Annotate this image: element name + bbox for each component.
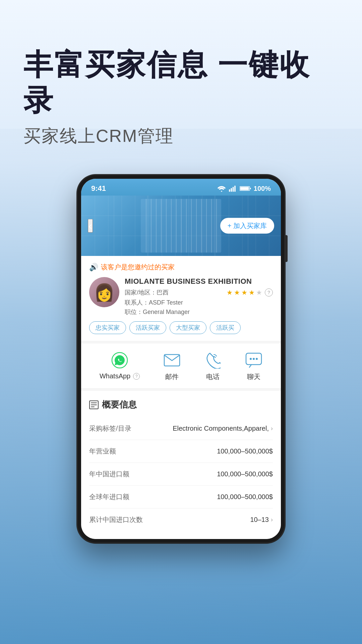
chat-icon — [245, 353, 262, 368]
top-content: 丰富买家信息 一键收录 买家线上CRM管理 — [0, 0, 362, 161]
wifi-icon — [217, 185, 226, 192]
action-phone[interactable]: 电话 — [204, 352, 222, 381]
whatsapp-icon — [111, 352, 128, 369]
phone-label: 电话 — [206, 372, 220, 381]
position-label: 职位： — [125, 309, 143, 315]
svg-point-34 — [250, 358, 252, 360]
svg-rect-30 — [216, 199, 217, 253]
battery-percent: 100% — [254, 185, 271, 193]
buyer-tags: 忠实买家 活跃买家 大型买家 活跃买 — [89, 321, 273, 334]
annual-label: 年营业额 — [89, 447, 116, 456]
svg-rect-0 — [229, 190, 230, 192]
svg-rect-22 — [176, 199, 177, 253]
star-2: ★ — [234, 288, 240, 297]
star-rating: ★ ★ ★ ★ ★ ? — [227, 288, 273, 297]
mail-icon-wrapper — [163, 352, 181, 369]
time-display: 9:41 — [91, 184, 106, 193]
buyer-info-row: MIOLANTE BUSINESS EXHIBITION 国家/地区：巴西 ★ … — [89, 277, 273, 316]
svg-rect-18 — [156, 199, 157, 253]
svg-rect-19 — [161, 199, 162, 253]
rating-help-icon[interactable]: ? — [265, 288, 273, 297]
hero-image: ‹ + 加入买家库 — [81, 196, 281, 256]
whatsapp-label-row: WhatsApp ? — [100, 372, 140, 380]
svg-point-36 — [256, 358, 258, 360]
join-buyer-button[interactable]: + 加入买家库 — [220, 218, 274, 234]
annual-value: 100,000–500,000$ — [217, 447, 273, 455]
country-row: 国家/地区：巴西 ★ ★ ★ ★ ★ ? — [125, 288, 273, 297]
info-row-china-import: 年中国进口额 100,000–500,000$ — [89, 463, 273, 486]
section-icon — [89, 400, 99, 409]
svg-rect-20 — [166, 199, 167, 253]
svg-rect-28 — [206, 199, 207, 253]
svg-rect-27 — [201, 199, 202, 253]
phone-icon-wrapper — [204, 352, 222, 369]
mail-label: 邮件 — [165, 372, 179, 381]
action-mail[interactable]: 邮件 — [163, 352, 181, 381]
status-bar: 9:41 — [81, 179, 281, 196]
purchase-label: 采购标签/目录 — [89, 424, 131, 433]
whatsapp-icon-wrapper — [111, 352, 128, 369]
svg-rect-26 — [196, 199, 197, 253]
svg-point-35 — [253, 358, 255, 360]
company-name: MIOLANTE BUSINESS EXHIBITION — [125, 277, 273, 286]
chat-icon-wrapper — [245, 352, 262, 369]
global-import-label: 全球年进口额 — [89, 492, 129, 501]
signal-icon — [229, 185, 237, 192]
contact-position: 职位：General Manager — [125, 308, 273, 316]
action-whatsapp[interactable]: WhatsApp ? — [100, 352, 140, 381]
chevron-purchase: › — [271, 425, 273, 432]
country-label: 国家/地区： — [125, 289, 157, 296]
china-count-label: 累计中国进口次数 — [89, 515, 143, 524]
sub-title: 买家线上CRM管理 — [23, 124, 339, 148]
info-section: 概要信息 采购标签/目录 Electronic Components,Appar… — [81, 391, 281, 539]
country-text: 国家/地区：巴西 — [125, 288, 169, 297]
battery-icon — [240, 185, 251, 192]
main-title: 丰富买家信息 一键收录 — [23, 47, 339, 118]
svg-rect-5 — [240, 187, 249, 190]
tag-active: 活跃买家 — [129, 321, 166, 334]
mail-icon — [164, 353, 180, 367]
contact-name-value: ASDF Tester — [149, 299, 183, 306]
purchase-value-text: Electronic Components,Apparel, — [173, 425, 269, 432]
phone-icon — [205, 352, 221, 369]
svg-rect-1 — [231, 188, 232, 192]
chat-label: 聊天 — [247, 372, 260, 381]
info-row-global-import: 全球年进口额 100,000–500,000$ — [89, 486, 273, 508]
star-5-empty: ★ — [256, 288, 262, 297]
svg-rect-21 — [171, 199, 172, 253]
whatsapp-help-icon[interactable]: ? — [133, 373, 140, 380]
buyer-avatar — [89, 277, 119, 307]
status-icons: 100% — [217, 185, 271, 193]
back-button[interactable]: ‹ — [88, 219, 93, 233]
svg-rect-23 — [181, 199, 182, 253]
global-import-value: 100,000–500,000$ — [217, 493, 273, 501]
svg-rect-17 — [151, 199, 152, 253]
contact-name: 联系人：ASDF Tester — [125, 299, 273, 307]
china-count-value: 10–13 › — [250, 516, 273, 524]
svg-rect-25 — [191, 199, 192, 253]
notice-speaker-icon: 🔊 — [89, 263, 98, 272]
section-title-text: 概要信息 — [102, 399, 137, 411]
action-chat[interactable]: 聊天 — [245, 352, 262, 381]
svg-rect-29 — [211, 199, 212, 253]
chevron-china-count: › — [271, 516, 273, 523]
tag-large: 大型买家 — [170, 321, 206, 334]
svg-rect-24 — [186, 199, 187, 253]
info-row-purchase[interactable]: 采购标签/目录 Electronic Components,Apparel, › — [89, 417, 273, 440]
info-row-annual: 年营业额 100,000–500,000$ — [89, 440, 273, 463]
action-bar: WhatsApp ? 邮件 — [81, 343, 281, 391]
info-row-china-count[interactable]: 累计中国进口次数 10–13 › — [89, 508, 273, 531]
buyer-details: MIOLANTE BUSINESS EXHIBITION 国家/地区：巴西 ★ … — [125, 277, 273, 316]
svg-rect-16 — [146, 199, 146, 253]
svg-rect-2 — [233, 187, 234, 192]
contact-label: 联系人： — [125, 299, 149, 306]
tag-loyal: 忠实买家 — [89, 321, 126, 334]
position-value: General Manager — [143, 309, 190, 315]
country-value: 巴西 — [157, 289, 169, 296]
buyer-notice: 🔊 该客户是您邀约过的买家 — [89, 263, 273, 272]
whatsapp-label: WhatsApp — [100, 372, 130, 380]
tag-active2: 活跃买 — [210, 321, 241, 334]
star-1: ★ — [227, 288, 233, 297]
phone-screen: 9:41 — [81, 179, 281, 539]
star-4: ★ — [249, 288, 255, 297]
